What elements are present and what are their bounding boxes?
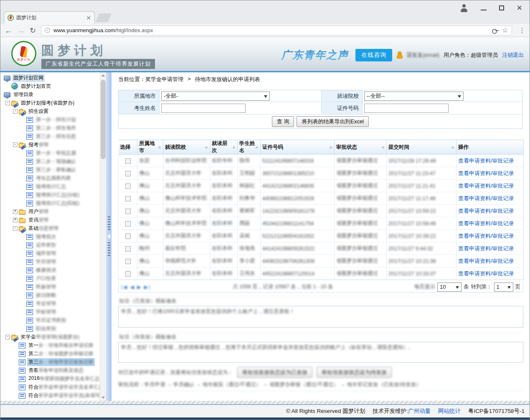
name-filter-input[interactable] bbox=[161, 104, 246, 113]
sort-arrow-icon[interactable] bbox=[158, 146, 161, 148]
per-page-select[interactable]: 10 bbox=[437, 283, 462, 292]
tree-expander-icon[interactable] bbox=[5, 335, 10, 339]
sidebar-tree-item[interactable]: 第一步：待地市核实申请记录 bbox=[0, 341, 106, 349]
export-excel-button[interactable]: 将列表的结果导出到Excel bbox=[297, 116, 369, 127]
sort-arrow-icon[interactable] bbox=[451, 146, 454, 148]
row-checkbox[interactable] bbox=[125, 234, 131, 239]
sidebar-tree-item[interactable]: 考生志愿表列表 bbox=[0, 174, 106, 182]
tree-expander-icon[interactable] bbox=[13, 143, 18, 147]
sort-arrow-icon[interactable] bbox=[205, 146, 208, 148]
password-key-icon[interactable] bbox=[492, 28, 499, 33]
goto-page-select[interactable]: 1 bbox=[494, 283, 513, 292]
sidebar-tree-item[interactable]: 报考批次 bbox=[0, 232, 106, 241]
logout-link[interactable]: 注销退出 bbox=[502, 51, 524, 59]
school-filter-select[interactable]: --全部-- bbox=[364, 92, 464, 101]
sidebar-scrollbar[interactable] bbox=[100, 72, 106, 401]
view-application-link[interactable]: 查看申请资料/审批记录 bbox=[458, 220, 514, 227]
table-column-header[interactable]: 证件号码 bbox=[261, 140, 335, 155]
sidebar-tree-item[interactable]: 户口性质 bbox=[0, 274, 106, 283]
table-column-header[interactable]: 选择 bbox=[119, 140, 137, 155]
view-application-link[interactable]: 查看申请资料/审批记录 bbox=[458, 245, 514, 252]
row-checkbox[interactable] bbox=[125, 259, 131, 264]
browser-tab[interactable]: 圆梦计划 ✕ bbox=[4, 11, 95, 24]
site-stats-link[interactable]: 网站统计 bbox=[438, 407, 461, 415]
online-consult-button[interactable]: 在线咨询 bbox=[355, 49, 392, 61]
back-button[interactable]: ← bbox=[5, 27, 12, 34]
row-checkbox[interactable] bbox=[125, 158, 131, 164]
tab-close-icon[interactable]: ✕ bbox=[86, 15, 91, 21]
row-checkbox[interactable] bbox=[125, 171, 131, 176]
sidebar-tree-item[interactable]: 2016年度获得圆梦学员名单汇总 bbox=[0, 374, 106, 383]
sidebar-tree-item[interactable]: 圆梦计划报考(省圆梦办) bbox=[0, 99, 106, 107]
sidebar-tree-item[interactable]: 符合奖学金申请学业学员名单汇总 bbox=[0, 383, 106, 391]
tree-expander-icon[interactable] bbox=[13, 209, 18, 214]
table-column-header[interactable]: 就读院校 bbox=[163, 140, 210, 155]
pagination-nav-arrows[interactable]: |◀ ◀ ▶ ▶| bbox=[121, 284, 151, 290]
sidebar-tree-item[interactable]: 城市管理 bbox=[0, 249, 106, 257]
sidebar-tree-item[interactable]: 资讯管理 bbox=[0, 216, 106, 224]
city-filter-select[interactable]: -全部- bbox=[161, 92, 270, 101]
close-window-button[interactable]: × bbox=[517, 4, 522, 12]
sidebar-tree-item[interactable]: 管理目录 bbox=[0, 90, 106, 99]
sidebar-tree-item[interactable]: 招生设置 bbox=[0, 107, 106, 115]
bookmark-star-icon[interactable]: ☆ bbox=[502, 27, 508, 34]
set-status-pending-button[interactable]: 将短信发放状态设为待发放 bbox=[317, 367, 392, 378]
url-bar[interactable]: i www.yuanmengjihua.com/htgl/Index.aspx … bbox=[41, 25, 512, 36]
sidebar-splitter[interactable] bbox=[106, 72, 112, 401]
sidebar-tree-item[interactable]: 基础信息管理 bbox=[0, 224, 106, 232]
sidebar-tree-item[interactable]: 查看所有申请列表及状态 bbox=[0, 366, 106, 374]
sidebar-tree-item[interactable]: 专业管理 bbox=[0, 299, 106, 308]
sidebar-tree-item[interactable]: 第三步：招生信息 bbox=[0, 132, 106, 140]
sidebar-tree-item[interactable]: 第一步：招生计划 bbox=[0, 115, 106, 124]
sidebar-tree-item[interactable]: 职业类别 bbox=[0, 324, 106, 333]
view-application-link[interactable]: 查看申请资料/审批记录 bbox=[458, 270, 514, 277]
reload-button[interactable]: ↻ bbox=[30, 27, 36, 34]
search-button[interactable]: 查 询 bbox=[272, 116, 294, 127]
sort-arrow-icon[interactable] bbox=[232, 146, 236, 148]
sidebar-tree-item[interactable]: 奖学金申请管理(省圆梦办) bbox=[0, 333, 106, 341]
view-application-link[interactable]: 查看申请资料/审批记录 bbox=[458, 233, 514, 239]
view-application-link[interactable]: 查看申请资料/审批记录 bbox=[458, 183, 514, 189]
table-column-header[interactable]: 所属地市 bbox=[137, 140, 163, 155]
sidebar-tree-item[interactable]: 学历证书类别 bbox=[0, 316, 106, 324]
sidebar-tree-item[interactable]: 圆梦计划官网 bbox=[0, 74, 106, 82]
view-application-link[interactable]: 查看申请资料/审批记录 bbox=[458, 258, 514, 264]
sidebar-tree-item[interactable]: 第二步：招生地市 bbox=[0, 124, 106, 132]
sort-arrow-icon[interactable] bbox=[381, 146, 385, 148]
view-application-link[interactable]: 查看申请资料/审批记录 bbox=[458, 195, 514, 201]
table-column-header[interactable]: 提交时间 bbox=[387, 140, 456, 155]
maximize-button[interactable] bbox=[499, 5, 504, 10]
row-checkbox[interactable] bbox=[125, 209, 131, 214]
table-column-header[interactable]: 就读层次 bbox=[210, 140, 238, 155]
sidebar-tree-item[interactable]: 圆梦计划首页 bbox=[0, 82, 106, 90]
row-checkbox[interactable] bbox=[125, 271, 131, 277]
set-status-sent-button[interactable]: 将短信发放状态设为已发放 bbox=[237, 367, 312, 378]
sidebar-tree-item[interactable]: 学校管理 bbox=[0, 308, 106, 316]
view-application-link[interactable]: 查看申请资料/审批记录 bbox=[458, 170, 514, 176]
scrollbar-thumb[interactable] bbox=[101, 80, 106, 159]
sidebar-tree-item[interactable]: 第二步：待省圆梦办审核记录 bbox=[0, 349, 106, 358]
tree-expander-icon[interactable] bbox=[13, 109, 18, 114]
scroll-up-icon[interactable] bbox=[100, 72, 106, 79]
new-tab-button[interactable] bbox=[95, 13, 112, 22]
sidebar-tree-item[interactable]: 健康状况 bbox=[0, 266, 106, 274]
maintainer-link[interactable]: 广州动量 bbox=[408, 408, 431, 414]
sms-sent-template-textarea[interactable]: 学员，您好！已将1000元奖学金发放至您提供的个人账户上，请注意查收！ bbox=[118, 306, 523, 328]
sidebar-tree-item[interactable]: 第三步：待地市登记发放记录 bbox=[0, 358, 106, 366]
row-checkbox[interactable] bbox=[125, 183, 131, 189]
view-application-link[interactable]: 查看申请资料/审批记录 bbox=[458, 208, 514, 214]
sidebar-tree-item[interactable]: 第二步：现场确认 bbox=[0, 157, 106, 165]
table-column-header[interactable]: 学生姓名 bbox=[238, 140, 261, 155]
browser-menu-icon[interactable]: ⋮ bbox=[519, 26, 525, 34]
row-checkbox[interactable] bbox=[125, 196, 131, 201]
collapse-sidebar-icon[interactable] bbox=[107, 234, 110, 239]
sort-arrow-icon[interactable] bbox=[255, 146, 259, 148]
sms-pending-template-textarea[interactable]: 学员，您好！经过审核，您的资格审核通过，您将于本月正式获得奖学金并发放至您提供的… bbox=[118, 342, 523, 363]
sidebar-tree-item[interactable]: 报考管理 bbox=[0, 140, 106, 149]
row-checkbox[interactable] bbox=[125, 246, 131, 252]
profile-icon[interactable] bbox=[460, 4, 468, 12]
sort-arrow-icon[interactable] bbox=[329, 146, 332, 148]
sidebar-tree-item[interactable]: 第三步：录取确认 bbox=[0, 165, 106, 174]
scroll-down-icon[interactable] bbox=[100, 395, 106, 401]
tree-expander-icon[interactable] bbox=[13, 226, 18, 231]
